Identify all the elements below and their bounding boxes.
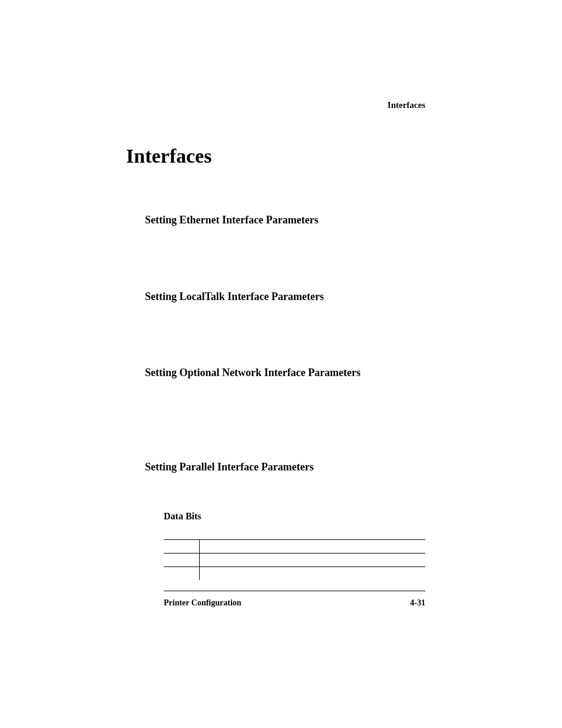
data-bits-table — [164, 539, 425, 580]
page-title: Interfaces — [126, 145, 211, 167]
document-page: Interfaces Interfaces Setting Ethernet I… — [0, 0, 562, 728]
footer-rule — [164, 591, 425, 591]
section-heading-optional: Setting Optional Network Interface Param… — [145, 365, 381, 381]
table-row — [164, 540, 425, 554]
running-header: Interfaces — [388, 100, 425, 110]
table-row — [164, 567, 425, 581]
footer-page-number: 4-31 — [410, 598, 425, 608]
section-heading-parallel: Setting Parallel Interface Parameters — [145, 459, 313, 475]
section-heading-localtalk: Setting LocalTalk Interface Parameters — [145, 289, 324, 305]
footer-left: Printer Configuration — [164, 598, 242, 608]
table-row — [164, 554, 425, 567]
subsection-heading-databits: Data Bits — [164, 511, 201, 522]
section-heading-ethernet: Setting Ethernet Interface Parameters — [145, 212, 318, 228]
